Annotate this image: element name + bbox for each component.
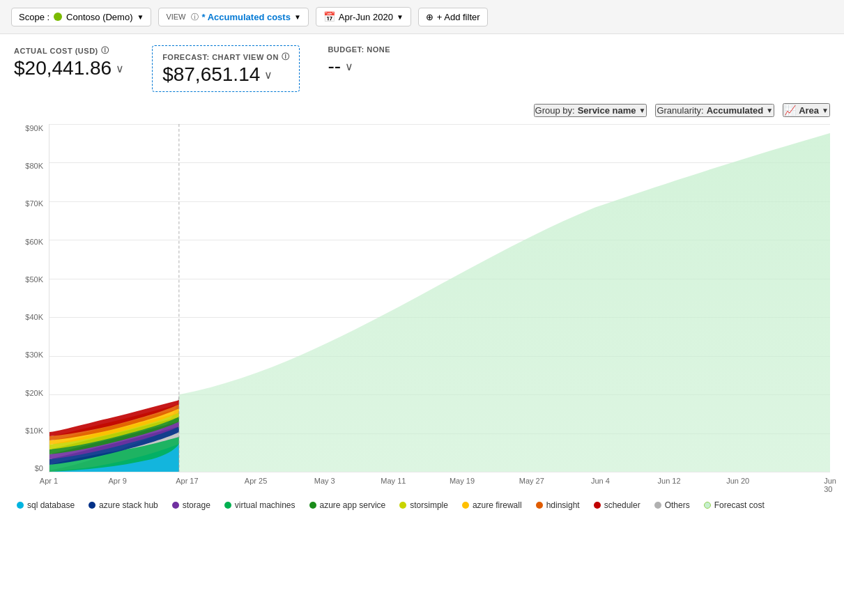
scheduler-dot [594, 502, 601, 509]
actual-cost-value: $20,441.86 ∨ [14, 57, 124, 79]
storage-dot [172, 502, 179, 509]
forecast-cost-dot [704, 502, 711, 509]
scope-label: Scope : [19, 12, 49, 22]
azure-stack-hub-dot [89, 502, 95, 509]
forecast-cost-chevron-icon[interactable]: ∨ [264, 68, 273, 82]
date-value: Apr-Jun 2020 [339, 12, 393, 22]
scope-value: Contoso (Demo) [66, 12, 132, 22]
azure-stack-hub-label: azure stack hub [99, 500, 158, 510]
actual-info-icon: ⓘ [101, 45, 109, 56]
scope-button[interactable]: Scope : Contoso (Demo) ▼ [11, 8, 151, 26]
sql-database-dot [17, 502, 24, 509]
y-label-60k: $60K [25, 238, 43, 246]
y-label-20k: $20K [25, 389, 43, 397]
y-axis: $90K $80K $70K $60K $50K $40K $30K $20K … [14, 124, 49, 472]
y-label-70k: $70K [25, 199, 43, 208]
azure-app-service-label: azure app service [320, 500, 386, 510]
virtual-machines-dot [224, 502, 231, 509]
storsimple-dot [399, 502, 406, 509]
legend-item-scheduler: scheduler [594, 500, 640, 510]
groupby-value: Service name [578, 105, 636, 116]
storage-label: storage [183, 500, 210, 510]
legend-item-sql-database: sql database [17, 500, 75, 510]
groupby-label: Group by: [535, 105, 575, 116]
y-label-80k: $80K [25, 162, 43, 170]
metrics-row: ACTUAL COST (USD) ⓘ $20,441.86 ∨ FORECAS… [14, 45, 830, 92]
hdinsight-label: hdinsight [546, 500, 580, 510]
budget-value: -- ∨ [328, 55, 390, 77]
azure-app-service-dot [309, 502, 316, 509]
y-label-30k: $30K [25, 351, 43, 359]
x-label-apr9: Apr 9 [108, 477, 126, 485]
groupby-chevron-icon: ▼ [639, 107, 646, 114]
scheduler-label: scheduler [604, 500, 640, 510]
chart-type-icon: 📈 [784, 105, 796, 116]
x-label-jun4: Jun 4 [591, 477, 610, 485]
date-button[interactable]: 📅 Apr-Jun 2020 ▼ [316, 7, 411, 26]
main-content: ACTUAL COST (USD) ⓘ $20,441.86 ∨ FORECAS… [0, 34, 844, 521]
x-label-may19: May 19 [450, 477, 475, 485]
azure-firewall-dot [462, 502, 469, 509]
scope-chevron-icon: ▼ [137, 13, 144, 21]
x-label-jun20: Jun 20 [726, 477, 749, 485]
legend-item-storage: storage [172, 500, 210, 510]
granularity-label: Granularity: [657, 105, 703, 116]
x-label-apr25: Apr 25 [245, 477, 267, 485]
sql-database-label: sql database [27, 500, 75, 510]
view-value: * Accumulated costs [202, 12, 291, 22]
actual-cost-box: ACTUAL COST (USD) ⓘ $20,441.86 ∨ [14, 45, 124, 79]
forecast-area [179, 133, 830, 472]
legend-item-azure-firewall: azure firewall [462, 500, 522, 510]
actual-cost-label: ACTUAL COST (USD) ⓘ [14, 45, 124, 56]
granularity-chevron-icon: ▼ [766, 107, 773, 114]
forecast-cost-label: Forecast cost [714, 500, 765, 510]
granularity-button[interactable]: Granularity: Accumulated ▼ [655, 104, 774, 117]
legend-item-others: Others [654, 500, 690, 510]
legend-item-hdinsight: hdinsight [536, 500, 580, 510]
hdinsight-dot [536, 502, 543, 509]
y-label-50k: $50K [25, 275, 43, 284]
x-label-may3: May 3 [314, 477, 335, 485]
budget-chevron-icon[interactable]: ∨ [345, 60, 353, 73]
others-dot [654, 502, 661, 509]
y-label-0: $0 [35, 464, 43, 472]
x-label-may11: May 11 [381, 477, 406, 485]
y-label-40k: $40K [25, 313, 43, 321]
legend: sql database azure stack hub storage vir… [14, 500, 830, 510]
view-info-icon: ⓘ [191, 12, 199, 22]
legend-item-storsimple: storsimple [399, 500, 448, 510]
granularity-value: Accumulated [707, 105, 764, 116]
chart-type-button[interactable]: 📈 Area ▼ [783, 103, 830, 117]
groupby-button[interactable]: Group by: Service name ▼ [534, 104, 647, 117]
chart-type-value: Area [799, 105, 819, 116]
y-label-10k: $10K [25, 426, 43, 435]
chart-area: $90K $80K $70K $60K $50K $40K $30K $20K … [14, 124, 830, 493]
forecast-info-icon: ⓘ [282, 52, 290, 62]
legend-item-virtual-machines: virtual machines [224, 500, 296, 510]
filter-label: + Add filter [437, 12, 480, 22]
calendar-icon: 📅 [323, 11, 335, 22]
y-label-90k: $90K [25, 124, 43, 132]
x-axis: Apr 1 Apr 9 Apr 17 Apr 25 May 3 May 11 M… [49, 472, 830, 493]
virtual-machines-label: virtual machines [235, 500, 296, 510]
top-bar: Scope : Contoso (Demo) ▼ VIEW ⓘ * Accumu… [0, 0, 844, 34]
actual-cost-chevron-icon[interactable]: ∨ [116, 62, 124, 75]
x-label-apr1: Apr 1 [40, 477, 58, 485]
view-button[interactable]: VIEW ⓘ * Accumulated costs ▼ [158, 8, 308, 26]
forecast-cost-value: $87,651.14 ∨ [162, 63, 289, 86]
filter-icon: ⊕ [426, 12, 433, 22]
add-filter-button[interactable]: ⊕ + Add filter [418, 8, 488, 26]
x-label-may27: May 27 [519, 477, 544, 485]
x-label-jun12: Jun 12 [658, 477, 681, 485]
controls-row: Group by: Service name ▼ Granularity: Ac… [14, 103, 830, 117]
legend-item-azure-stack-hub: azure stack hub [89, 500, 158, 510]
scope-dot-icon [54, 13, 62, 21]
others-label: Others [665, 500, 690, 510]
x-label-apr17: Apr 17 [176, 477, 198, 485]
budget-box: BUDGET: NONE -- ∨ [328, 45, 390, 77]
chart-inner [49, 124, 830, 472]
view-chevron-icon: ▼ [294, 13, 301, 21]
azure-firewall-label: azure firewall [473, 500, 522, 510]
legend-item-azure-app-service: azure app service [309, 500, 386, 510]
date-chevron-icon: ▼ [397, 13, 404, 21]
